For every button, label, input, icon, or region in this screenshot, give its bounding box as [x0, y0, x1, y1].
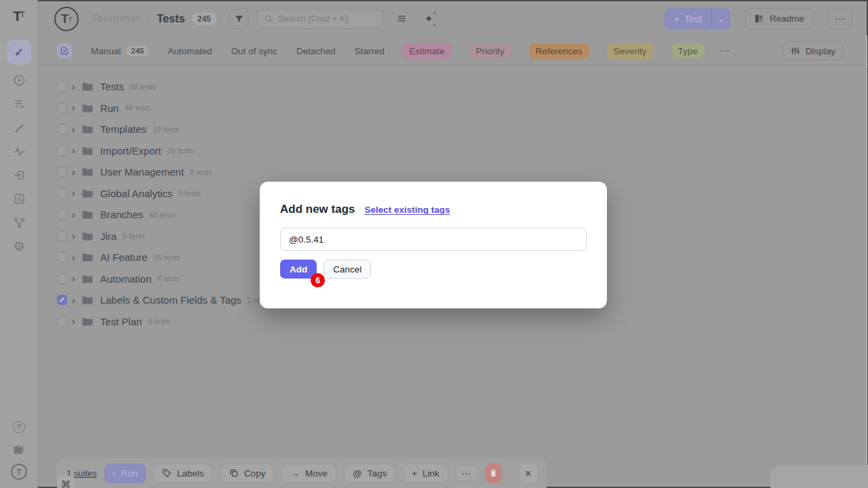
- suite-name[interactable]: Labels & Custom Fields & Tags: [100, 294, 241, 306]
- chevron-right-icon[interactable]: ›: [72, 273, 75, 284]
- sidebar-item-test-plans[interactable]: [0, 92, 38, 116]
- toolbar-more-button[interactable]: ⋯: [456, 465, 478, 481]
- suite-name[interactable]: Tests: [100, 81, 124, 92]
- row-checkbox[interactable]: [57, 81, 67, 92]
- chevron-right-icon[interactable]: ›: [72, 209, 75, 220]
- suite-name[interactable]: Import/Export: [100, 145, 161, 157]
- row-checkbox[interactable]: [57, 188, 67, 199]
- row-checkbox[interactable]: [57, 317, 67, 327]
- chevron-right-icon[interactable]: ›: [72, 295, 75, 306]
- suite-name[interactable]: Jira: [100, 230, 117, 242]
- delete-button[interactable]: [486, 464, 502, 483]
- sidebar-item-branches[interactable]: [0, 210, 38, 235]
- filter-funnel-button[interactable]: [229, 9, 249, 29]
- suite-count: 15 tests: [154, 253, 180, 262]
- breadcrumb-project[interactable]: Testomat: [91, 12, 140, 25]
- field-badge-priority[interactable]: Priority: [469, 43, 511, 59]
- row-checkbox[interactable]: [57, 252, 67, 262]
- suite-name[interactable]: AI Feature: [100, 251, 148, 263]
- suite-name[interactable]: Run: [100, 102, 119, 114]
- tests-count-badge: 245: [192, 13, 216, 25]
- tab-manual[interactable]: Manual 245: [91, 46, 149, 56]
- search-box[interactable]: [257, 9, 383, 28]
- tree-row[interactable]: › Import/Export 38 tests: [38, 140, 868, 162]
- suite-name[interactable]: Test Plan: [100, 316, 142, 327]
- suite-count: 5 tests: [178, 189, 200, 197]
- sidebar-item-brand[interactable]: T: [0, 460, 38, 484]
- row-checkbox[interactable]: [57, 274, 67, 284]
- move-button[interactable]: → Move: [281, 464, 336, 483]
- chevron-right-icon[interactable]: ›: [72, 316, 75, 327]
- search-input[interactable]: [278, 14, 373, 24]
- toolbar-close-button[interactable]: ✕: [519, 464, 537, 482]
- sidebar-item-settings[interactable]: ⚙: [0, 234, 38, 258]
- command-key-hint: ⌘: [57, 476, 75, 488]
- chevron-right-icon[interactable]: ›: [72, 102, 75, 113]
- row-checkbox-checked[interactable]: ✓: [57, 295, 67, 305]
- filter-more-button[interactable]: ⋯: [719, 45, 730, 57]
- sidebar-item-help[interactable]: ?: [0, 415, 38, 439]
- field-badge-references[interactable]: References: [529, 43, 589, 59]
- row-checkbox[interactable]: [57, 146, 67, 156]
- copy-button[interactable]: Copy: [220, 464, 275, 483]
- sidebar-item-reports[interactable]: [0, 186, 38, 211]
- chevron-right-icon[interactable]: ›: [72, 167, 75, 178]
- scrollbar[interactable]: [866, 35, 867, 465]
- sidebar-item-steps[interactable]: [0, 115, 38, 140]
- run-button[interactable]: › Run: [104, 464, 146, 483]
- sidebar-item-runs[interactable]: [0, 68, 38, 92]
- cancel-button[interactable]: Cancel: [323, 260, 371, 279]
- tab-out-of-sync[interactable]: Out of sync: [231, 46, 277, 56]
- sidebar-item-docs[interactable]: [0, 437, 38, 462]
- tree-row[interactable]: › Test Plan 0 tests: [38, 311, 868, 333]
- adjustments-icon[interactable]: [396, 13, 408, 24]
- header-more-button[interactable]: ⋯: [828, 8, 852, 30]
- tree-row[interactable]: › Run 48 tests: [38, 98, 868, 119]
- select-all-button[interactable]: [57, 43, 72, 58]
- chevron-right-icon[interactable]: ›: [72, 188, 75, 199]
- field-badge-type[interactable]: Type: [671, 43, 705, 59]
- readme-button[interactable]: Readme: [745, 8, 813, 30]
- tab-automated[interactable]: Automated: [167, 46, 212, 56]
- suite-name[interactable]: Automation: [100, 273, 152, 285]
- field-badge-estimate[interactable]: Estimate: [402, 43, 452, 59]
- tree-row[interactable]: › Tests 55 tests: [38, 76, 868, 98]
- row-checkbox[interactable]: [57, 231, 67, 241]
- suite-name[interactable]: Global Analytics: [100, 188, 173, 199]
- add-test-caret-button[interactable]: ⌄: [711, 8, 730, 30]
- row-checkbox[interactable]: [57, 124, 67, 134]
- chevron-right-icon[interactable]: ›: [72, 81, 75, 92]
- project-logo-icon[interactable]: T|': [54, 7, 79, 31]
- suite-count: 19 tests: [153, 125, 179, 134]
- chevron-right-icon[interactable]: ›: [72, 230, 75, 241]
- folder-icon: [81, 209, 94, 220]
- add-test-button[interactable]: + Test: [665, 8, 711, 30]
- sidebar-item-import[interactable]: [0, 163, 38, 187]
- suite-name[interactable]: Templates: [100, 123, 146, 135]
- field-badge-severity[interactable]: Severity: [607, 43, 654, 59]
- tags-button[interactable]: @ Tags: [344, 464, 395, 483]
- tree-row[interactable]: › User Management 9 tests: [38, 161, 868, 183]
- tab-detached[interactable]: Detached: [296, 46, 336, 56]
- modal-header: Add new tags Select existing tags: [280, 203, 587, 216]
- chevron-right-icon[interactable]: ›: [72, 124, 75, 135]
- suite-name[interactable]: User Management: [100, 166, 184, 178]
- display-button[interactable]: Display: [783, 41, 844, 60]
- sidebar-item-analytics[interactable]: [0, 139, 38, 163]
- row-checkbox[interactable]: [57, 167, 67, 177]
- breadcrumb-section[interactable]: Tests: [157, 12, 185, 25]
- chevron-right-icon[interactable]: ›: [72, 252, 75, 263]
- tab-starred[interactable]: Starred: [355, 46, 384, 56]
- suite-name[interactable]: Branches: [100, 209, 143, 220]
- row-checkbox[interactable]: [57, 103, 67, 113]
- tree-row[interactable]: › Templates 19 tests: [38, 119, 868, 140]
- labels-button[interactable]: Labels: [153, 464, 213, 483]
- chevron-right-icon[interactable]: ›: [72, 145, 75, 156]
- tag-input[interactable]: [280, 228, 587, 251]
- select-existing-tags-link[interactable]: Select existing tags: [365, 205, 450, 215]
- row-checkbox[interactable]: [57, 209, 67, 220]
- left-sidebar: T|' ✓: [0, 0, 38, 488]
- link-button[interactable]: + Link: [403, 464, 448, 483]
- ai-sparkles-icon[interactable]: ✦++: [425, 13, 433, 25]
- sidebar-item-tests[interactable]: ✓: [0, 40, 38, 64]
